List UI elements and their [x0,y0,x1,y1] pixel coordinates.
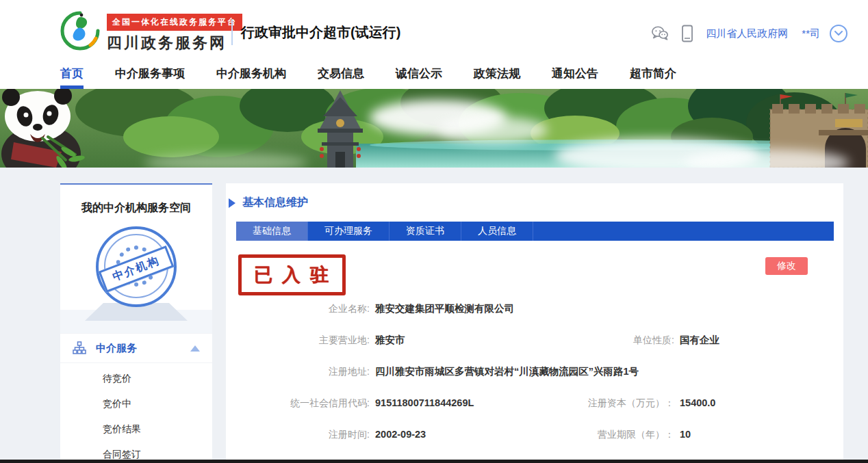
agency-stamp-illustration: 中介机构 [60,225,212,333]
tab-bar: 基础信息 可办理服务 资质证书 人员信息 [236,222,834,241]
section-title: 基本信息维护 [242,196,308,210]
header-divider [231,19,233,45]
field-row-date-period: 注册时间: 2002-09-23 营业期限（年）： 10 [226,424,843,445]
field-row-registered-address: 注册地址: 四川雅安市雨城区多营镇对岩村“川滇藏物流园区”兴雨路1号 [226,361,843,382]
tab-basic-info[interactable]: 基础信息 [236,222,308,241]
credit-code-value: 91511800711844269L [375,393,474,413]
registered-capital-label: 注册资本（万元）： [527,393,674,413]
nav-item-integrity[interactable]: 诚信公示 [396,58,442,89]
sidebar-item-bidding-in-progress[interactable]: 竞价中 [60,391,212,416]
field-row-location-nature: 主要营业地: 雅安市 单位性质: 国有企业 [226,330,843,350]
nav-item-policies[interactable]: 政策法规 [474,58,520,89]
main-nav: 首页 中介服务事项 中介服务机构 交易信息 诚信公示 政策法规 通知公告 超市简… [0,58,868,89]
username[interactable]: **司 [802,27,820,40]
status-stamp-registered: 已入驻 [238,254,346,295]
business-period-label: 营业期限（年）： [527,424,674,445]
registration-date-value: 2002-09-23 [375,424,426,445]
platform-badge: 全国一体化在线政务服务平台 [107,14,242,31]
site-logo-icon [60,11,100,51]
field-row-credit-capital: 统一社会信用代码: 91511800711844269L 注册资本（万元）： 1… [226,393,843,413]
tab-personnel-info[interactable]: 人员信息 [461,222,533,241]
main-panel: 基本信息维护 基础信息 可办理服务 资质证书 人员信息 已入驻 修改 企业名称:… [226,183,843,463]
company-name-value: 雅安交建集团平顺检测有限公司 [375,298,514,319]
triangle-up-icon [190,345,200,352]
wechat-icon[interactable] [651,25,669,42]
nav-item-home[interactable]: 首页 [60,58,84,89]
sitemap-icon [73,341,86,355]
sidebar: 我的中介机构服务空间 中介机构 中介服务 待竞价 竞价中 竞价结果 合同签订 [60,183,212,463]
nav-item-about[interactable]: 超市简介 [630,58,676,89]
nav-item-notices[interactable]: 通知公告 [552,58,598,89]
sidebar-item-bidding-results[interactable]: 竞价结果 [60,416,212,442]
registered-capital-value: 15400.0 [680,393,715,413]
nav-item-service-matters[interactable]: 中介服务事项 [115,58,185,89]
sidebar-title: 我的中介机构服务空间 [60,201,212,215]
sidebar-item-pending-bidding[interactable]: 待竞价 [60,366,212,391]
site-name: 四川政务服务网 [107,33,242,53]
business-location-value: 雅安市 [375,330,405,350]
business-period-value: 10 [680,424,691,445]
nav-item-service-agencies[interactable]: 中介服务机构 [216,58,286,89]
modify-button[interactable]: 修改 [765,257,808,275]
gov-portal-link[interactable]: 四川省人民政府网 [706,27,788,40]
section-header: 基本信息维护 [229,196,308,210]
brand-block: 全国一体化在线政务服务平台 四川政务服务网 [107,14,242,53]
bottom-dark-bar [0,460,868,463]
banner-image [0,89,868,168]
unit-nature-label: 单位性质: [527,330,674,350]
mobile-icon[interactable] [678,25,696,42]
registered-address-label: 注册地址: [240,361,370,382]
tab-qualification-certificates[interactable]: 资质证书 [390,222,461,241]
unit-nature-value: 国有企业 [680,330,719,350]
sidebar-item-intermediary-services[interactable]: 中介服务 [60,333,212,363]
chevron-down-icon[interactable] [830,25,847,42]
header-right: 四川省人民政府网 **司 [651,25,847,42]
nav-item-transactions[interactable]: 交易信息 [318,58,364,89]
business-location-label: 主要营业地: [240,330,370,350]
page-title: 行政审批中介超市(试运行) [241,23,400,42]
sidebar-submenu: 待竞价 竞价中 竞价结果 合同签订 服务成果 [60,363,212,463]
credit-code-label: 统一社会信用代码: [240,393,370,413]
arrow-right-icon [229,198,235,208]
registration-date-label: 注册时间: [240,424,370,445]
sidebar-menu-label: 中介服务 [96,342,190,355]
registered-address-value: 四川雅安市雨城区多营镇对岩村“川滇藏物流园区”兴雨路1号 [375,361,639,382]
company-name-label: 企业名称: [240,298,370,319]
header: 全国一体化在线政务服务平台 四川政务服务网 行政审批中介超市(试运行) [0,0,868,58]
page: 全国一体化在线政务服务平台 四川政务服务网 行政审批中介超市(试运行) [0,0,868,463]
tab-available-services[interactable]: 可办理服务 [308,222,390,241]
field-row-company-name: 企业名称: 雅安交建集团平顺检测有限公司 [226,298,843,319]
